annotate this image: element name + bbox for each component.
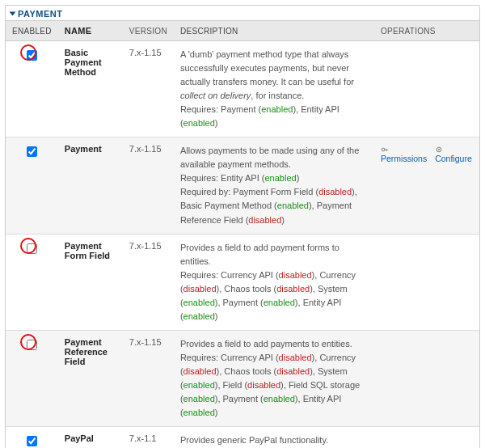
table-row: Basic Payment Method7.x-1.15A 'dumb' pay… xyxy=(6,41,479,137)
dep-name: Field xyxy=(223,380,242,390)
dep-status: enabled xyxy=(261,104,293,114)
dep-name: Currency xyxy=(319,353,356,362)
dep-name: Entity API xyxy=(303,394,342,404)
desc-text: Provides a field to add payments to enti… xyxy=(180,337,368,351)
gear-icon xyxy=(435,146,443,154)
configure-link[interactable]: Configure xyxy=(435,154,472,163)
desc-text: Provides generic PayPal functionality. xyxy=(180,433,368,447)
desc-text: A 'dumb' payment method type that always… xyxy=(180,48,368,103)
dep-status: enabled xyxy=(265,173,297,183)
enable-checkbox-wrap xyxy=(23,48,40,63)
requires-line: Requires: Payment (enabled), Entity API … xyxy=(180,103,368,130)
dep-name: Currency API xyxy=(221,353,273,362)
permissions-link-wrap: Permissions xyxy=(381,144,427,163)
module-operations xyxy=(374,234,479,330)
collapse-icon xyxy=(10,12,16,16)
dep-status: disabled xyxy=(183,366,217,376)
col-version-header: VERSION xyxy=(123,21,174,41)
fieldset-title: PAYMENT xyxy=(18,9,62,19)
module-name: Payment Form Field xyxy=(58,234,123,330)
key-icon xyxy=(381,146,389,154)
module-description: Provides a field to add payments to enti… xyxy=(174,330,374,426)
dep-name: System xyxy=(318,366,348,376)
dep-status: enabled xyxy=(183,408,215,417)
dep-name: Field SQL storage xyxy=(289,380,360,390)
permissions-link[interactable]: Permissions xyxy=(381,154,427,163)
dep-name: Entity API xyxy=(303,298,342,307)
desc-text: Provides a field to add payment forms to… xyxy=(180,241,368,268)
modules-table: ENABLED NAME VERSION DESCRIPTION OPERATI… xyxy=(6,20,479,448)
enable-checkbox[interactable] xyxy=(27,436,37,446)
module-operations xyxy=(374,330,479,426)
configure-link-wrap: Configure xyxy=(435,144,473,163)
module-operations xyxy=(374,427,479,448)
col-ops-header: OPERATIONS xyxy=(374,21,479,41)
desc-text: Allows payments to be made using any of … xyxy=(180,144,368,171)
dep-status: enabled xyxy=(183,380,215,390)
module-name: Payment xyxy=(58,137,123,234)
requires-line: Requires: Currency API (disabled), Curre… xyxy=(180,351,368,420)
enable-checkbox-wrap xyxy=(23,144,40,159)
table-row: Payment Reference Field7.x-1.15Provides … xyxy=(6,330,479,426)
enable-checkbox[interactable] xyxy=(27,340,37,350)
col-enabled-header: ENABLED xyxy=(6,21,58,41)
dep-status: disabled xyxy=(279,353,312,362)
dep-status: enabled xyxy=(183,311,215,321)
dep-status: enabled xyxy=(183,298,215,307)
dep-name: Basic Payment Method xyxy=(180,201,272,210)
fieldset-legend[interactable]: PAYMENT xyxy=(6,6,479,20)
svg-point-2 xyxy=(438,149,440,150)
dep-status: enabled xyxy=(183,394,215,404)
module-operations: Permissions Configure xyxy=(374,137,479,234)
table-row: Payment Form Field7.x-1.15Provides a fie… xyxy=(6,234,479,330)
dep-name: Entity API xyxy=(221,173,259,183)
module-version: 7.x-1.15 xyxy=(123,137,174,234)
payment-fieldset: PAYMENT ENABLED NAME VERSION DESCRIPTION… xyxy=(5,5,480,448)
col-desc-header: DESCRIPTION xyxy=(174,21,374,41)
dep-name: Payment xyxy=(221,104,255,114)
col-name-header: NAME xyxy=(58,21,123,41)
module-operations xyxy=(374,41,479,137)
module-description: Provides a field to add payment forms to… xyxy=(174,234,374,330)
requires-line: Requires: Currency API (disabled), Curre… xyxy=(180,268,368,323)
dep-status: disabled xyxy=(183,284,217,294)
table-row: PayPal7.x-1.1Provides generic PayPal fun… xyxy=(6,427,479,448)
requires-line: Requires: Entity API (enabled) xyxy=(180,171,368,185)
table-row: Payment7.x-1.15Allows payments to be mad… xyxy=(6,137,479,234)
dep-status: disabled xyxy=(318,187,352,197)
required-by-line: Required by: Payment Form Field (disable… xyxy=(180,185,368,226)
dep-status: disabled xyxy=(276,284,310,294)
dep-status: disabled xyxy=(248,215,281,225)
enable-checkbox-wrap xyxy=(23,433,40,448)
dep-name: Chaos tools xyxy=(224,366,271,376)
dep-status: disabled xyxy=(279,270,312,280)
enable-checkbox[interactable] xyxy=(27,146,37,157)
module-version: 7.x-1.15 xyxy=(123,234,174,330)
module-description: Allows payments to be made using any of … xyxy=(174,137,374,234)
dep-status: disabled xyxy=(247,380,280,390)
module-name: Basic Payment Method xyxy=(58,41,123,137)
dep-status: enabled xyxy=(264,298,295,307)
dep-status: enabled xyxy=(183,118,215,128)
dep-name: Payment xyxy=(223,298,258,307)
dep-status: enabled xyxy=(264,394,295,404)
enable-checkbox[interactable] xyxy=(27,50,37,61)
enable-checkbox-wrap xyxy=(23,241,40,256)
module-version: 7.x-1.15 xyxy=(123,330,174,426)
dep-status: enabled xyxy=(277,201,309,210)
module-name: Payment Reference Field xyxy=(58,330,123,426)
dep-name: System xyxy=(318,284,348,294)
module-description: Provides generic PayPal functionality.Re… xyxy=(174,427,374,448)
module-name: PayPal xyxy=(58,427,123,448)
dep-name: Currency xyxy=(319,270,356,280)
module-description: A 'dumb' payment method type that always… xyxy=(174,41,374,137)
dep-name: Chaos tools xyxy=(224,284,271,294)
dep-name: Currency API xyxy=(221,270,273,280)
module-version: 7.x-1.15 xyxy=(123,41,174,137)
dep-name: Payment Form Field xyxy=(233,187,313,197)
module-version: 7.x-1.1 xyxy=(123,427,174,448)
dep-name: Payment xyxy=(223,394,258,404)
dep-status: disabled xyxy=(276,366,310,376)
enable-checkbox[interactable] xyxy=(27,243,37,254)
dep-name: Entity API xyxy=(301,104,340,114)
